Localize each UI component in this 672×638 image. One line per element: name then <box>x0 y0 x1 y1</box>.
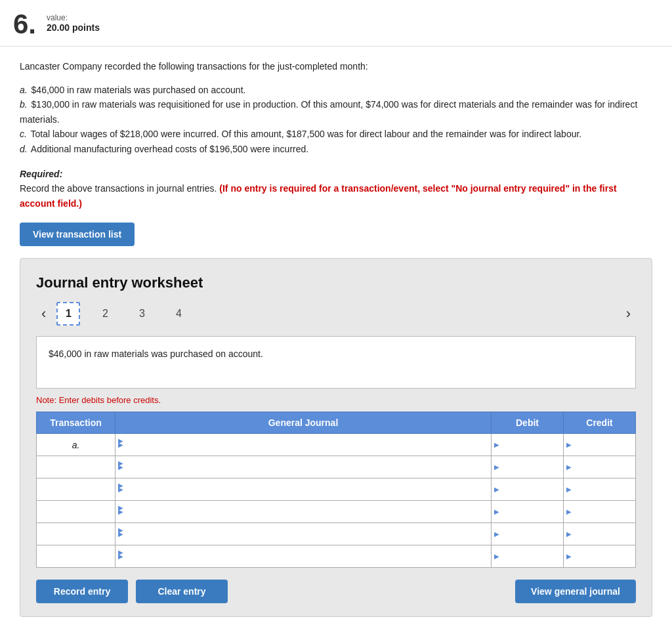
transaction-cell <box>37 523 116 545</box>
journal-cell[interactable]: ▶ <box>116 434 492 456</box>
credit-cell[interactable]: ▶ <box>564 523 636 545</box>
transaction-cell <box>37 545 116 568</box>
debit-cell[interactable]: ▶ <box>492 434 564 456</box>
transaction-cell <box>37 456 116 478</box>
table-row: ▶ ▶ ▶ <box>37 523 636 545</box>
question-number: 6. <box>13 11 36 38</box>
journal-input[interactable] <box>123 459 491 475</box>
debit-arrow-icon: ▶ <box>494 463 499 471</box>
col-general-journal: General Journal <box>116 412 492 434</box>
journal-cell[interactable]: ▶ <box>116 545 492 568</box>
list-item: d. Additional manufacturing overhead cos… <box>20 142 652 156</box>
journal-cell[interactable]: ▶ <box>116 523 492 545</box>
debit-cell[interactable]: ▶ <box>492 501 564 523</box>
debit-input[interactable] <box>499 459 563 475</box>
cell-arrow-icon: ▶ <box>118 441 123 448</box>
prev-tab-button[interactable]: ‹ <box>36 303 51 325</box>
debit-arrow-icon: ▶ <box>494 486 499 493</box>
credit-cell[interactable]: ▶ <box>564 501 636 523</box>
value-label: value: <box>47 13 100 22</box>
cell-arrow-icon: ▶ <box>118 508 123 515</box>
cell-arrow-icon: ▶ <box>118 553 123 560</box>
col-debit: Debit <box>492 412 564 434</box>
transactions-list: a. $46,000 in raw materials was purchase… <box>20 83 652 156</box>
transaction-cell <box>37 478 116 501</box>
tab-3[interactable]: 3 <box>130 302 154 326</box>
main-content: Lancaster Company recorded the following… <box>0 47 672 630</box>
required-label: Required: <box>20 169 62 179</box>
credit-arrow-icon: ▶ <box>566 553 572 560</box>
worksheet-title: Journal entry worksheet <box>36 274 636 291</box>
credit-cell[interactable]: ▶ <box>564 456 636 478</box>
credit-arrow-icon: ▶ <box>566 441 572 448</box>
clear-entry-button[interactable]: Clear entry <box>136 580 228 603</box>
col-transaction: Transaction <box>37 412 116 434</box>
debit-arrow-icon: ▶ <box>494 530 499 538</box>
debit-input[interactable] <box>499 526 563 542</box>
credit-cell[interactable]: ▶ <box>564 478 636 501</box>
journal-input[interactable] <box>123 437 491 453</box>
credit-arrow-icon: ▶ <box>566 530 572 538</box>
journal-entry-worksheet: Journal entry worksheet ‹ 1 2 3 4 › $46,… <box>20 258 652 617</box>
question-meta: value: 20.00 points <box>47 11 100 33</box>
table-row: ▶ ▶ ▶ <box>37 501 636 523</box>
list-item: a. $46,000 in raw materials was purchase… <box>20 83 652 97</box>
entry-note: Note: Enter debits before credits. <box>36 395 636 405</box>
transaction-cell: a. <box>37 434 116 456</box>
transaction-cell <box>37 501 116 523</box>
list-item: b. $130,000 in raw materials was requisi… <box>20 97 652 127</box>
journal-table: Transaction General Journal Debit Credit… <box>36 412 636 568</box>
tab-list: 1 2 3 4 <box>56 302 190 326</box>
debit-cell[interactable]: ▶ <box>492 478 564 501</box>
credit-input[interactable] <box>572 549 635 564</box>
debit-cell[interactable]: ▶ <box>492 523 564 545</box>
cell-arrow-icon: ▶ <box>118 486 123 493</box>
debit-cell[interactable]: ▶ <box>492 456 564 478</box>
intro-text: Lancaster Company recorded the following… <box>20 60 652 74</box>
cell-arrow-icon: ▶ <box>118 530 123 538</box>
tab-4[interactable]: 4 <box>167 302 190 326</box>
journal-input[interactable] <box>123 526 491 542</box>
journal-input[interactable] <box>123 482 491 498</box>
transaction-description: $46,000 in raw materials was purchased o… <box>36 336 636 389</box>
table-row: ▶ ▶ ▶ <box>37 545 636 568</box>
cell-arrow-icon: ▶ <box>118 463 123 471</box>
record-entry-button[interactable]: Record entry <box>36 580 128 603</box>
journal-input[interactable] <box>123 549 491 564</box>
debit-cell[interactable]: ▶ <box>492 545 564 568</box>
credit-input[interactable] <box>572 504 635 520</box>
credit-arrow-icon: ▶ <box>566 508 572 515</box>
credit-input[interactable] <box>572 526 635 542</box>
table-row: a. ▶ ▶ ▶ <box>37 434 636 456</box>
debit-arrow-icon: ▶ <box>494 508 499 515</box>
journal-input[interactable] <box>123 504 491 520</box>
table-row: ▶ ▶ ▶ <box>37 456 636 478</box>
required-text: Record the above transactions in journal… <box>20 183 217 194</box>
tab-1[interactable]: 1 <box>56 302 80 326</box>
list-item: c. Total labour wages of $218,000 were i… <box>20 127 652 141</box>
credit-input[interactable] <box>572 459 635 475</box>
view-general-journal-button[interactable]: View general journal <box>515 580 636 603</box>
credit-input[interactable] <box>572 482 635 498</box>
debit-input[interactable] <box>499 504 563 520</box>
view-transaction-list-button[interactable]: View transaction list <box>20 223 135 246</box>
journal-cell[interactable]: ▶ <box>116 501 492 523</box>
journal-cell[interactable]: ▶ <box>116 456 492 478</box>
journal-cell[interactable]: ▶ <box>116 478 492 501</box>
credit-cell[interactable]: ▶ <box>564 545 636 568</box>
debit-input[interactable] <box>499 482 563 498</box>
debit-input[interactable] <box>501 437 563 453</box>
tab-2[interactable]: 2 <box>93 302 117 326</box>
tab-navigation: ‹ 1 2 3 4 › <box>36 302 636 326</box>
credit-input[interactable] <box>573 437 635 453</box>
credit-cell[interactable]: ▶ <box>564 434 636 456</box>
credit-arrow-icon: ▶ <box>566 486 572 493</box>
required-section: Required: Record the above transactions … <box>20 167 652 211</box>
next-tab-button[interactable]: › <box>621 303 636 325</box>
credit-arrow-icon: ▶ <box>566 463 572 471</box>
col-credit: Credit <box>564 412 636 434</box>
debit-arrow-icon: ▶ <box>494 553 499 560</box>
debit-input[interactable] <box>499 549 563 564</box>
value-points: 20.00 points <box>47 22 100 33</box>
debit-arrow-icon: ▶ <box>494 441 499 448</box>
